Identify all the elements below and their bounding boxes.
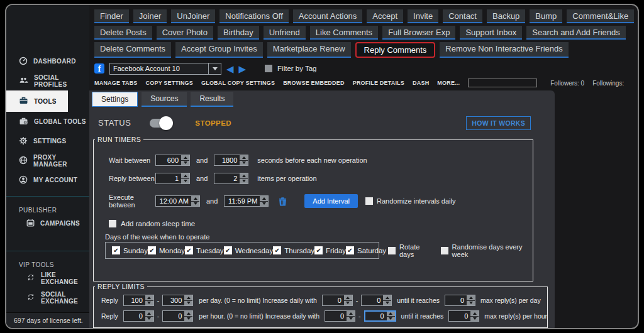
- tab-accept-group-invites[interactable]: Accept Group Invites: [175, 42, 263, 58]
- spinner-buttons[interactable]: [470, 311, 479, 321]
- wait-max-input[interactable]: 1800: [214, 155, 248, 166]
- tab-settings[interactable]: Settings: [92, 92, 138, 107]
- daily-max-input[interactable]: 300: [162, 295, 193, 306]
- sidebar-item-dashboard[interactable]: DASHBOARD: [6, 52, 89, 71]
- tab-contact[interactable]: Contact: [443, 9, 482, 23]
- execute-start-input[interactable]: 12:00 AM: [155, 195, 200, 207]
- tab-sources[interactable]: Sources: [142, 92, 187, 107]
- tab-cover-photo[interactable]: Cover Photo: [157, 26, 213, 40]
- tab-bump[interactable]: Bump: [530, 9, 562, 23]
- menu-manage-tabs[interactable]: MANAGE TABS: [94, 80, 138, 86]
- account-select[interactable]: Facebook Account 10: [109, 63, 221, 75]
- tab-account-actions[interactable]: Account Actions: [293, 9, 363, 23]
- spinner-buttons[interactable]: [191, 196, 199, 206]
- day-tuesday[interactable]: ✔Tuesday: [185, 246, 224, 254]
- how-it-works-button[interactable]: HOW IT WORKS: [466, 116, 531, 130]
- day-checkbox[interactable]: ✔: [112, 246, 120, 254]
- daily-cap-input[interactable]: 0: [445, 295, 475, 306]
- next-account-arrow[interactable]: ▶: [239, 64, 247, 74]
- day-thursday[interactable]: ✔Thursday: [273, 246, 314, 254]
- tab-remove-non-interactive-friends[interactable]: Remove Non Interactive Friends: [440, 42, 568, 58]
- reply-min-input[interactable]: 1: [155, 173, 190, 184]
- hourly-max-input[interactable]: 0: [162, 310, 193, 322]
- menu-more[interactable]: MORE...: [437, 80, 460, 86]
- tab-search-add-friends[interactable]: Search and Add Friends: [526, 26, 625, 40]
- tab-birthday[interactable]: Birthday: [218, 26, 259, 40]
- menu-profile-details[interactable]: PROFILE DETAILS: [353, 80, 404, 86]
- sidebar-item-social-profiles[interactable]: SOCIAL PROFILES: [6, 71, 89, 90]
- day-checkbox[interactable]: ✔: [148, 246, 156, 254]
- delete-interval-icon[interactable]: [279, 197, 287, 206]
- hourly-increase-min-input[interactable]: 0: [325, 310, 355, 322]
- sidebar-item-global-tools[interactable]: GLOBAL TOOLS: [6, 112, 89, 131]
- spinner-buttons[interactable]: [383, 295, 391, 305]
- spinner-buttons[interactable]: [181, 155, 189, 165]
- tab-reply-comments[interactable]: Reply Comments: [355, 42, 436, 58]
- spinner-buttons[interactable]: [344, 295, 352, 305]
- day-checkbox[interactable]: ✔: [314, 246, 323, 254]
- day-monday[interactable]: ✔Monday: [148, 246, 185, 254]
- daily-increase-min-input[interactable]: 0: [322, 295, 353, 306]
- day-friday[interactable]: ✔Friday: [314, 246, 346, 254]
- spinner-buttons[interactable]: [240, 155, 248, 165]
- status-toggle[interactable]: [150, 119, 171, 128]
- add-interval-button[interactable]: Add Interval: [304, 194, 358, 208]
- prev-account-arrow[interactable]: ◀: [226, 64, 234, 74]
- tab-notifications-off[interactable]: Notifications Off: [219, 9, 289, 23]
- sidebar-item-proxy-manager[interactable]: PROXY MANAGER: [6, 151, 89, 170]
- reply-max-input[interactable]: 2: [214, 173, 248, 184]
- tab-unjoiner[interactable]: UnJoiner: [171, 9, 215, 23]
- spinner-buttons[interactable]: [467, 295, 475, 305]
- tab-delete-posts[interactable]: Delete Posts: [94, 26, 152, 40]
- tab-marketplace-renew[interactable]: Marketplace Renew: [267, 42, 351, 58]
- day-checkbox[interactable]: ✔: [273, 246, 281, 254]
- hourly-increase-max-input[interactable]: 0: [364, 310, 396, 322]
- spinner-buttons[interactable]: [347, 311, 355, 321]
- randomize-intervals-checkbox[interactable]: [365, 197, 373, 205]
- spinner-buttons[interactable]: [145, 311, 153, 321]
- wait-min-input[interactable]: 600: [155, 155, 190, 166]
- day-checkbox[interactable]: ✔: [224, 246, 232, 254]
- random-sleep-checkbox[interactable]: [109, 220, 116, 227]
- sidebar-item-like-exchange[interactable]: LIKE EXCHANGE: [6, 268, 89, 288]
- menu-dash[interactable]: DASH: [413, 80, 429, 86]
- daily-increase-max-input[interactable]: 0: [361, 295, 392, 306]
- hourly-cap-input[interactable]: 0: [448, 310, 479, 322]
- daily-min-input[interactable]: 100: [123, 295, 154, 306]
- execute-end-input[interactable]: 11:59 PM: [224, 195, 269, 207]
- day-wednesday[interactable]: ✔Wednesday: [224, 246, 274, 254]
- sidebar-item-campaigns[interactable]: CAMPAIGNS: [6, 214, 89, 233]
- day-saturday[interactable]: ✔Saturday: [346, 246, 386, 254]
- spinner-buttons[interactable]: [260, 196, 268, 206]
- chevron-down-icon[interactable]: [208, 63, 221, 74]
- filter-by-tag-checkbox[interactable]: [265, 65, 272, 72]
- tab-unfriend[interactable]: Unfriend: [264, 26, 306, 40]
- tag-search-input[interactable]: [468, 79, 537, 87]
- tab-full-browser-exp[interactable]: Full Browser Exp: [382, 26, 455, 40]
- sidebar-item-tools[interactable]: TOOLS: [6, 90, 68, 112]
- tab-support-inbox[interactable]: Support Inbox: [460, 26, 522, 40]
- tab-like-comments[interactable]: Like Comments: [310, 26, 378, 40]
- randomise-weeks-checkbox[interactable]: [441, 247, 448, 254]
- day-checkbox[interactable]: ✔: [346, 246, 354, 254]
- spinner-buttons[interactable]: [145, 295, 153, 305]
- spinner-buttons[interactable]: [240, 173, 248, 183]
- day-sunday[interactable]: ✔Sunday: [112, 246, 148, 254]
- sidebar-item-my-account[interactable]: MY ACCOUNT: [6, 170, 89, 190]
- menu-copy-settings[interactable]: COPY SETTINGS: [146, 80, 193, 86]
- spinner-buttons[interactable]: [181, 173, 189, 183]
- spinner-buttons[interactable]: [387, 312, 395, 320]
- menu-browse-embedded[interactable]: BROWSE EMBEDDED: [283, 80, 345, 86]
- tab-backup[interactable]: Backup: [487, 9, 525, 23]
- rotate-days-checkbox[interactable]: [388, 247, 396, 254]
- tab-finder[interactable]: Finder: [94, 9, 129, 23]
- tab-joiner[interactable]: Joiner: [133, 9, 167, 23]
- menu-global-copy-settings[interactable]: GLOBAL COPY SETTINGS: [201, 80, 275, 86]
- tab-delete-comments[interactable]: Delete Comments: [94, 42, 171, 58]
- hourly-min-input[interactable]: 0: [123, 310, 154, 322]
- spinner-buttons[interactable]: [184, 311, 192, 321]
- sidebar-item-settings[interactable]: SETTINGS: [6, 131, 89, 151]
- sidebar-item-social-exchange[interactable]: SOCIAL EXCHANGE: [6, 288, 89, 307]
- tab-results[interactable]: Results: [191, 92, 233, 107]
- spinner-buttons[interactable]: [184, 295, 192, 305]
